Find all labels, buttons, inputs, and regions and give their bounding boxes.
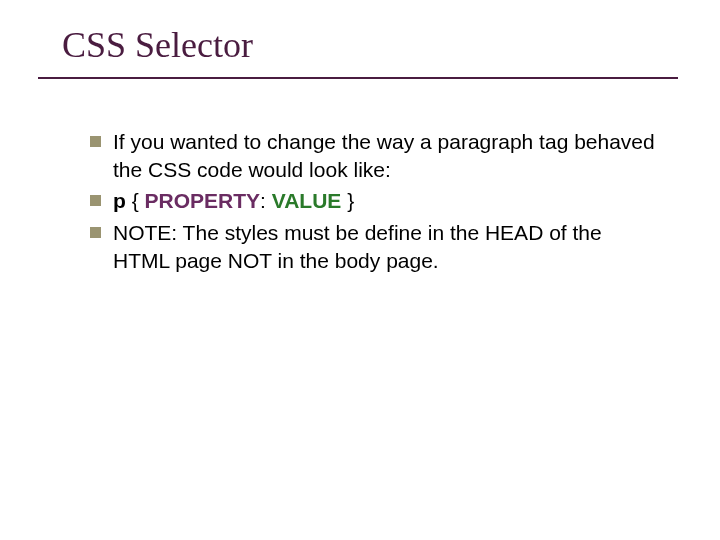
slide-title: CSS Selector [62,24,253,66]
css-colon: : [260,189,272,212]
title-underline [38,77,678,79]
bullet-item: p { PROPERTY: VALUE } [90,187,655,215]
square-bullet-icon [90,195,101,206]
css-brace-close: } [341,189,354,212]
square-bullet-icon [90,227,101,238]
bullet-text: NOTE: The styles must be define in the H… [113,219,655,274]
slide-content: If you wanted to change the way a paragr… [90,128,655,279]
square-bullet-icon [90,136,101,147]
bullet-item: NOTE: The styles must be define in the H… [90,219,655,274]
bullet-text: If you wanted to change the way a paragr… [113,128,655,183]
css-value-token: VALUE [272,189,342,212]
bullet-item: If you wanted to change the way a paragr… [90,128,655,183]
bullet-text: p { PROPERTY: VALUE } [113,187,354,215]
css-brace-open: { [126,189,145,212]
css-property-token: PROPERTY [145,189,261,212]
css-selector-token: p [113,189,126,212]
slide: CSS Selector If you wanted to change the… [0,0,720,540]
